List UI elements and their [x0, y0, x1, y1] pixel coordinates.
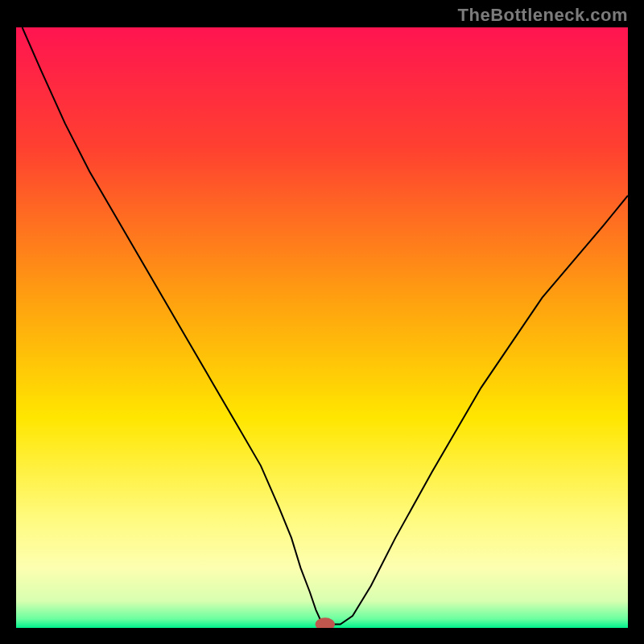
plot-svg	[16, 27, 628, 628]
plot-frame	[16, 27, 628, 628]
chart-container: TheBottleneck.com	[0, 0, 644, 644]
watermark-label: TheBottleneck.com	[458, 5, 628, 26]
plot-background	[16, 27, 628, 628]
